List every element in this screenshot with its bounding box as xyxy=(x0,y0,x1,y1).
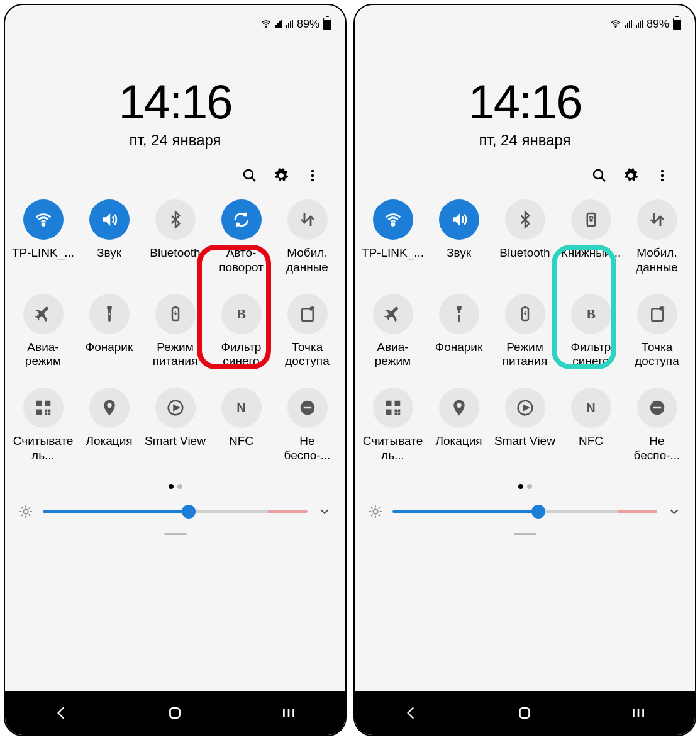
location-icon[interactable] xyxy=(439,388,479,428)
battery-mode-icon[interactable] xyxy=(505,294,545,334)
qr-icon[interactable] xyxy=(23,388,64,428)
clock-date: пт, 24 января xyxy=(355,132,695,149)
bluetooth-icon[interactable] xyxy=(505,199,545,240)
search-icon[interactable] xyxy=(242,168,257,183)
chevron-down-icon[interactable] xyxy=(667,505,681,519)
quick-tile-bluetooth[interactable]: Bluetooth xyxy=(142,199,208,275)
brightness-thumb[interactable] xyxy=(182,505,196,519)
rotate-icon[interactable] xyxy=(221,199,262,240)
quick-tile-hotspot[interactable]: Точка доступа xyxy=(624,294,690,369)
quick-tile-wifi[interactable]: TP-LINK_... xyxy=(360,199,426,275)
tile-label: Авто-поворот xyxy=(210,246,273,275)
tile-label: Фильтр синего xyxy=(210,340,273,369)
quick-tile-bluetooth[interactable]: Bluetooth xyxy=(492,199,558,275)
smartview-icon[interactable] xyxy=(505,388,545,428)
battery-mode-icon[interactable] xyxy=(155,294,196,334)
hotspot-icon[interactable] xyxy=(287,294,328,334)
quick-tile-dnd[interactable]: Не беспо-... xyxy=(624,388,690,463)
quick-tile-sound[interactable]: Звук xyxy=(76,199,142,275)
home-button[interactable] xyxy=(167,705,183,721)
quick-tile-portrait-lock[interactable]: Книжный... xyxy=(558,199,624,275)
quick-tile-airplane[interactable]: Авиа-режим xyxy=(10,294,76,369)
gear-icon[interactable] xyxy=(274,168,289,183)
portrait-lock-icon[interactable] xyxy=(571,199,611,240)
svg-rect-52 xyxy=(397,413,400,415)
dnd-icon[interactable] xyxy=(287,388,328,428)
nfc-icon[interactable]: N xyxy=(221,388,262,428)
quick-tile-flashlight[interactable]: Фонарик xyxy=(426,294,492,369)
quick-tile-location[interactable]: Локация xyxy=(76,388,142,463)
svg-rect-21 xyxy=(303,407,311,409)
quick-tile-nfc[interactable]: NNFC xyxy=(558,388,624,463)
signal-icon-2 xyxy=(636,20,643,28)
quick-tile-hotspot[interactable]: Точка доступа xyxy=(274,294,340,369)
home-button[interactable] xyxy=(516,705,533,721)
recents-button[interactable] xyxy=(281,705,297,721)
quick-tile-smartview[interactable]: Smart View xyxy=(142,388,208,463)
blue-filter-icon[interactable]: B xyxy=(571,294,611,334)
drag-handle[interactable] xyxy=(5,526,345,545)
brightness-thumb[interactable] xyxy=(531,505,545,519)
tile-label: Звук xyxy=(447,246,471,261)
brightness-slider[interactable] xyxy=(355,491,695,526)
quick-tile-nfc[interactable]: NNFC xyxy=(208,388,274,463)
wifi-icon[interactable] xyxy=(373,199,413,240)
quick-tile-battery-mode[interactable]: Режим питания xyxy=(492,294,558,369)
more-icon[interactable] xyxy=(655,168,670,183)
brightness-track[interactable] xyxy=(43,510,308,513)
quick-tile-battery-mode[interactable]: Режим питания xyxy=(142,294,208,369)
mobiledata-icon[interactable] xyxy=(637,199,677,240)
quick-tile-blue-filter[interactable]: BФильтр синего xyxy=(558,294,624,369)
svg-rect-51 xyxy=(394,410,397,412)
quick-tile-dnd[interactable]: Не беспо-... xyxy=(274,388,340,463)
bluetooth-icon[interactable] xyxy=(155,199,196,240)
hotspot-icon[interactable] xyxy=(637,294,677,334)
drag-handle[interactable] xyxy=(355,526,695,545)
nfc-icon[interactable]: N xyxy=(571,388,611,428)
sound-icon[interactable] xyxy=(89,199,130,240)
flashlight-icon[interactable] xyxy=(89,294,130,334)
back-button[interactable] xyxy=(403,705,419,721)
tile-label: Bluetooth xyxy=(150,246,200,261)
sound-icon[interactable] xyxy=(439,199,479,240)
quick-tile-airplane[interactable]: Авиа-режим xyxy=(360,294,426,369)
smartview-icon[interactable] xyxy=(155,388,196,428)
flashlight-icon[interactable] xyxy=(439,294,479,334)
quick-tile-smartview[interactable]: Smart View xyxy=(492,388,558,463)
tile-label: NFC xyxy=(229,434,253,449)
wifi-icon[interactable] xyxy=(23,199,64,240)
quick-tile-flashlight[interactable]: Фонарик xyxy=(76,294,142,369)
brightness-track[interactable] xyxy=(392,510,657,513)
blue-filter-icon[interactable]: B xyxy=(221,294,262,334)
quick-tile-wifi[interactable]: TP-LINK_... xyxy=(10,199,76,275)
recents-button[interactable] xyxy=(630,705,647,721)
more-icon[interactable] xyxy=(305,168,320,183)
mobiledata-icon[interactable] xyxy=(287,199,328,240)
qr-icon[interactable] xyxy=(373,388,413,428)
brightness-slider[interactable] xyxy=(5,491,345,526)
quick-tile-mobiledata[interactable]: Мобил. данные xyxy=(274,199,340,275)
dnd-icon[interactable] xyxy=(637,388,677,428)
svg-rect-9 xyxy=(174,306,177,308)
quick-tile-mobiledata[interactable]: Мобил. данные xyxy=(624,199,690,275)
quick-tile-qr[interactable]: Считыватель... xyxy=(360,388,426,463)
quick-tile-location[interactable]: Локация xyxy=(426,388,492,463)
search-icon[interactable] xyxy=(592,168,607,183)
tile-label: Считыватель... xyxy=(362,434,425,463)
quick-tile-qr[interactable]: Считыватель... xyxy=(10,388,76,463)
svg-line-29 xyxy=(22,515,23,515)
back-button[interactable] xyxy=(53,705,70,721)
airplane-icon[interactable] xyxy=(23,294,64,334)
svg-rect-68 xyxy=(520,708,530,717)
quick-tile-rotate[interactable]: Авто-поворот xyxy=(208,199,274,275)
gear-icon[interactable] xyxy=(623,168,638,183)
tile-label: Локация xyxy=(435,434,482,449)
tile-label: TP-LINK_... xyxy=(12,246,74,261)
battery-percentage: 89% xyxy=(297,18,319,31)
location-icon[interactable] xyxy=(89,388,130,428)
chevron-down-icon[interactable] xyxy=(318,505,331,519)
airplane-icon[interactable] xyxy=(373,294,413,334)
quick-tile-sound[interactable]: Звук xyxy=(426,199,492,275)
svg-line-27 xyxy=(22,507,23,508)
quick-tile-blue-filter[interactable]: BФильтр синего xyxy=(208,294,274,369)
